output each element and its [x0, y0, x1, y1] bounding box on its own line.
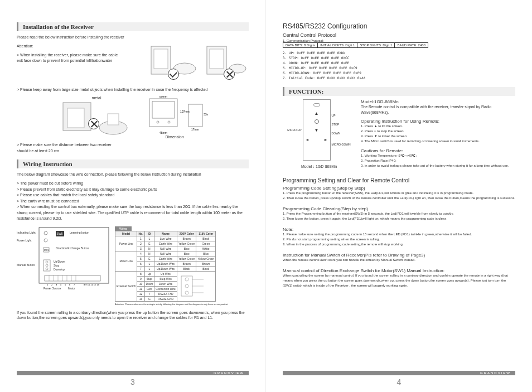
c: 1 — [137, 236, 144, 241]
led-icon — [313, 103, 320, 107]
prog-sub2: Programming Code Cleaning(Step by step) — [283, 206, 515, 211]
svg-rect-7 — [67, 108, 84, 128]
code-1: 3. STOP: 0xFF 0xEE 0xEE 0xEE 0XCC — [283, 55, 515, 60]
wiring-table-note: Attention: Please make sure the wiring i… — [115, 303, 243, 306]
install-row1: Attention: > When installing the receive… — [17, 43, 249, 83]
c: Null Wire — [154, 246, 177, 251]
attention-label: Attention: — [17, 43, 143, 49]
wh-1: No. — [137, 231, 144, 236]
receiver-board-diagram: SW5 SW1 1 2 3 4 5 6 — [17, 226, 112, 306]
intro-text: Please read the below instruction before… — [17, 35, 249, 40]
check-icon — [168, 69, 179, 80]
svg-text:3: 3 — [56, 283, 57, 286]
svg-rect-20 — [39, 228, 109, 283]
c: N — [144, 251, 154, 256]
code-0: 2. UP: 0xFF 0xEE 0xEE 0xEE 0XDD — [283, 50, 515, 55]
remote-model-caption: Model：1GD-868Mn — [283, 164, 355, 170]
wiring-table: Model No. ID Name 230V Color 115V Color … — [115, 231, 216, 302]
svg-text:17mm: 17mm — [191, 128, 199, 131]
svg-rect-1 — [154, 49, 168, 69]
cau-2: 3. In order to avoid leakage,please take… — [361, 163, 515, 168]
c: RS232-GND — [154, 296, 177, 301]
c: Stop — [144, 276, 154, 281]
lbl-learning: Learning button — [70, 231, 89, 234]
svg-text:4: 4 — [60, 283, 62, 286]
c: Blue — [196, 251, 216, 256]
svg-point-29 — [46, 264, 48, 267]
c: Earth Wire — [154, 241, 177, 246]
wb-2: > Please use cables that match the local… — [17, 192, 249, 199]
wb-1: > Please prevent from static electricity… — [17, 187, 249, 193]
lbl-downup: Down/up — [54, 268, 65, 271]
svg-text:6: 6 — [69, 283, 71, 286]
lbl-motor: Motor — [68, 287, 75, 290]
svg-text:8 9 10 11 12 13: 8 9 10 11 12 13 — [84, 283, 100, 286]
c: 11 — [137, 286, 144, 291]
ps1-0: 1. Press the programming button of the r… — [283, 191, 515, 196]
c: Down — [144, 281, 154, 286]
c: 4 — [137, 251, 144, 256]
c: 2 — [137, 241, 144, 246]
lbl-power: Power Light — [17, 239, 31, 242]
c: 7 — [137, 266, 144, 271]
wiring-diagram-row: SW5 SW1 1 2 3 4 5 6 — [17, 226, 249, 306]
c: E — [144, 256, 154, 261]
ps2-1: 2. Then loose the button, press it again… — [283, 216, 515, 221]
c: Live Wire — [154, 236, 177, 241]
lbl-manual: Manual Button — [17, 263, 35, 267]
c: External Switch — [115, 271, 137, 301]
switch-diagram-cell — [177, 271, 215, 301]
svg-text:45mm: 45mm — [159, 131, 167, 134]
op-2: 3. Press ▼ to lower the screen — [361, 134, 515, 139]
svg-point-21 — [44, 231, 47, 235]
page-number-r: 4 — [283, 378, 515, 386]
svg-point-48 — [185, 278, 188, 281]
svg-text:SW1: SW1 — [44, 249, 49, 251]
ps2-0: 1. Press the Programming button of the r… — [283, 211, 515, 216]
metal-diagram-row: metal 80mm 107mm 33mm 17mm 45mm — [17, 96, 249, 139]
micro-right-icon: ► — [324, 138, 328, 142]
c: Power Line — [115, 236, 137, 251]
c: L — [144, 236, 154, 241]
c: 10 — [137, 281, 144, 286]
footer-right: GRANDVIEW 4 — [283, 371, 515, 386]
code-2: 4. DOWN: 0xFF 0xEE 0xEE 0xEE 0xEE — [283, 60, 515, 65]
wh-5: 115V Color — [196, 231, 216, 236]
op-0: 1. Press ▲ to lift the screen. — [361, 124, 515, 129]
svg-text:5: 5 — [65, 283, 66, 286]
svg-point-12 — [157, 121, 159, 123]
svg-point-49 — [185, 284, 188, 288]
c: Earth Wire — [154, 256, 177, 261]
c: Yellow Green — [196, 256, 216, 261]
stop-circle-icon — [315, 119, 319, 124]
wh-3: Name — [154, 231, 177, 236]
lbl-direction: Direction Exchange Button — [56, 246, 89, 250]
manual-heading: Instruction for Manual Switch of Receive… — [283, 253, 515, 258]
c: Yellow Green — [177, 256, 196, 261]
code-4: 6. MICRO-DOWN: 0xFF 0xEE 0xEE 0xEE 0xE9 — [283, 70, 515, 75]
wiring-table-title: Wiring — [115, 226, 132, 231]
function-header: FUNCTION: — [283, 87, 515, 96]
wb-0: > The power must be cut before wiring — [17, 181, 249, 187]
wiring-intro: The below diagram showcase the wire conn… — [17, 172, 249, 177]
metal-label: metal — [57, 96, 136, 100]
svg-rect-4 — [210, 49, 224, 69]
brand-bar: GRANDVIEW — [17, 371, 249, 375]
c: Black — [196, 266, 216, 271]
c: 8 — [137, 271, 144, 276]
c: 13 — [137, 296, 144, 301]
svg-point-50 — [185, 291, 188, 294]
bullet-2: > Please keep away from large size metal… — [17, 87, 249, 93]
lbl-indicating: Indicating Light — [17, 231, 36, 234]
svg-rect-31 — [45, 275, 100, 281]
svg-rect-9 — [108, 114, 119, 125]
model-desc: The Remote control is compatible with th… — [361, 104, 515, 115]
c: E — [144, 241, 154, 246]
c: Up Wire — [154, 271, 177, 276]
rs485-header: RS485/RS232 Configuration — [283, 22, 515, 30]
model-heading: Model:1GD-868Mn — [361, 99, 515, 104]
wb-4: > When connecting the control box extern… — [17, 204, 249, 222]
c: 3 — [137, 246, 144, 251]
c: 12 — [137, 291, 144, 296]
wh-0: Model — [115, 231, 137, 236]
